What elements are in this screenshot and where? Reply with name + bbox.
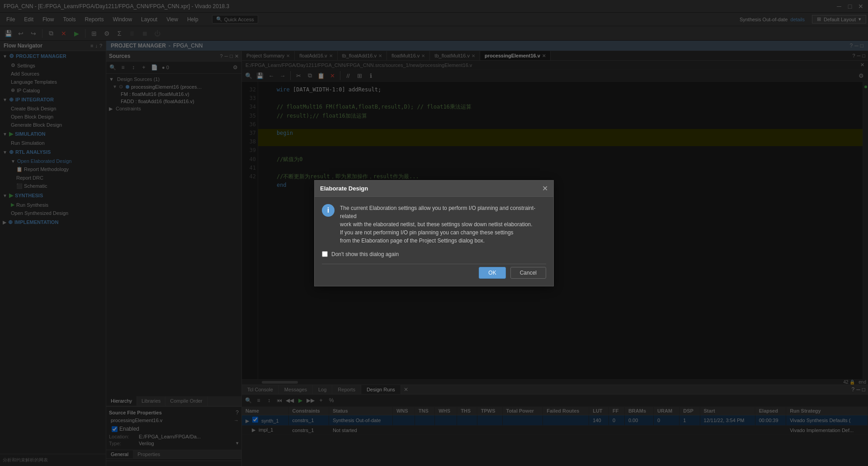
dialog-ok-button[interactable]: OK xyxy=(479,267,505,279)
dialog-overlay: Elaborate Design ✕ i The current Elabora… xyxy=(0,0,868,466)
dialog-body: i The current Elaboration settings allow… xyxy=(315,197,553,286)
dialog-info-text: The current Elaboration settings allow y… xyxy=(340,204,546,245)
dialog-checkbox-row: Don't show this dialog again xyxy=(322,251,546,257)
dialog-info: i The current Elaboration settings allow… xyxy=(322,204,546,245)
dialog-cancel-button[interactable]: Cancel xyxy=(510,267,546,279)
dont-show-again-label: Don't show this dialog again xyxy=(331,251,399,257)
dialog-buttons: OK Cancel xyxy=(322,264,546,279)
dialog-title: Elaborate Design xyxy=(320,185,368,192)
dialog-close-btn[interactable]: ✕ xyxy=(542,184,548,193)
dont-show-again-checkbox[interactable] xyxy=(322,251,328,257)
elaborate-design-dialog: Elaborate Design ✕ i The current Elabora… xyxy=(314,180,554,286)
dialog-header: Elaborate Design ✕ xyxy=(315,181,553,197)
dialog-info-icon: i xyxy=(322,204,335,217)
